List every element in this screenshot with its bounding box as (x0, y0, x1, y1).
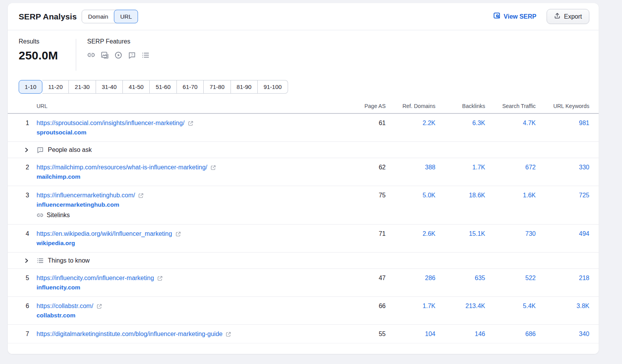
serp-analysis-panel: SERP Analysis Domain URL View SERP (8, 3, 599, 354)
result-url-link[interactable]: https://mailchimp.com/resources/what-is-… (37, 164, 207, 171)
sitelinks-label: Sitelinks (47, 212, 70, 219)
page-as-value: 47 (343, 269, 386, 297)
page-range-button[interactable]: 11-20 (42, 80, 69, 94)
ref-domains-link[interactable]: 286 (425, 275, 435, 281)
result-url-link[interactable]: https://en.wikipedia.org/wiki/Influencer… (37, 230, 172, 237)
sitelinks-icon[interactable] (87, 51, 95, 59)
page-range-button[interactable]: 91-100 (258, 80, 288, 94)
column-header-backlinks: Backlinks (435, 98, 485, 113)
export-button[interactable]: Export (547, 9, 589, 24)
row-position: 6 (8, 297, 29, 325)
result-domain-link[interactable]: influencermarketinghub.com (37, 201, 119, 208)
toggle-option-domain[interactable]: Domain (82, 10, 115, 23)
external-link-icon[interactable] (210, 165, 216, 171)
ref-domains-link[interactable]: 104 (425, 331, 435, 337)
result-url-link[interactable]: https://influencermarketinghub.com/ (37, 192, 135, 199)
result-domain-link[interactable]: mailchimp.com (37, 173, 80, 180)
serp-features-label: SERP Features (87, 38, 150, 45)
column-header-search-traffic: Search Traffic (485, 98, 536, 113)
page-range-button[interactable]: 31-40 (96, 80, 123, 94)
search-traffic-link[interactable]: 5.4K (523, 303, 536, 309)
page-as-value: 62 (343, 158, 386, 186)
chevron-right-icon[interactable] (24, 258, 29, 263)
search-traffic-link[interactable]: 730 (525, 230, 536, 237)
url-keywords-link[interactable]: 725 (579, 192, 589, 199)
backlinks-link[interactable]: 1.7K (472, 164, 485, 171)
page-range-button[interactable]: 21-30 (69, 80, 96, 94)
ref-domains-link[interactable]: 1.7K (423, 303, 435, 309)
external-link-icon[interactable] (175, 231, 181, 237)
table-row: 6 https://collabstr.com/ collabstr.com 6… (8, 297, 599, 325)
page-as-value: 75 (343, 186, 386, 225)
page-as-value: 61 (343, 113, 386, 142)
result-domain-link[interactable]: collabstr.com (37, 312, 75, 319)
backlinks-link[interactable]: 635 (475, 275, 485, 281)
search-traffic-link[interactable]: 4.7K (523, 120, 536, 126)
url-keywords-link[interactable]: 981 (579, 120, 589, 126)
result-domain-link[interactable]: wikipedia.org (37, 240, 75, 247)
page-as-value: 71 (343, 225, 386, 253)
external-link-icon[interactable] (188, 120, 194, 126)
things-to-know-icon[interactable] (142, 51, 150, 59)
result-domain-link[interactable]: sproutsocial.com (37, 129, 86, 136)
row-position: 4 (8, 225, 29, 253)
feature-label: Things to know (48, 257, 90, 264)
page-range-button[interactable]: 81-90 (231, 80, 258, 94)
results-value: 250.0M (19, 49, 58, 62)
url-keywords-link[interactable]: 330 (579, 164, 589, 171)
result-url-link[interactable]: https://influencity.com/influencer-marke… (37, 275, 154, 282)
ref-domains-link[interactable]: 2.6K (423, 230, 435, 237)
panel-header: SERP Analysis Domain URL View SERP (8, 3, 599, 30)
external-link-icon[interactable] (138, 193, 144, 199)
image-pack-icon[interactable] (101, 51, 109, 59)
row-position: 5 (8, 269, 29, 297)
url-keywords-link[interactable]: 340 (579, 331, 589, 337)
chevron-right-icon[interactable] (24, 147, 29, 153)
backlinks-link[interactable]: 6.3K (472, 120, 485, 126)
domain-url-toggle: Domain URL (82, 10, 138, 23)
backlinks-link[interactable]: 213.4K (465, 303, 485, 309)
page-range-button[interactable]: 51-60 (150, 80, 176, 94)
external-link-icon[interactable] (157, 275, 163, 281)
column-header-page-as: Page AS (343, 98, 386, 113)
search-traffic-link[interactable]: 672 (525, 164, 536, 171)
ref-domains-link[interactable]: 388 (425, 164, 435, 171)
serp-feature-row: ? People also ask (8, 142, 599, 158)
url-keywords-link[interactable]: 494 (579, 230, 589, 237)
serp-results-table: URL Page AS Ref. Domains Backlinks Searc… (8, 98, 599, 343)
search-traffic-link[interactable]: 1.6K (523, 192, 536, 199)
url-keywords-link[interactable]: 3.8K (577, 303, 589, 309)
result-url-link[interactable]: https://collabstr.com/ (37, 303, 93, 310)
serp-feature-row: Things to know (8, 253, 599, 269)
column-header-url-keywords: URL Keywords (536, 98, 599, 113)
search-traffic-link[interactable]: 522 (525, 275, 536, 281)
result-url-link[interactable]: https://digitalmarketinginstitute.com/bl… (37, 331, 222, 338)
external-link-icon[interactable] (225, 331, 231, 337)
video-icon[interactable] (114, 51, 122, 59)
page-title: SERP Analysis (19, 12, 77, 21)
row-position: 7 (8, 325, 29, 343)
table-row: 1 https://sproutsocial.com/insights/infl… (8, 113, 599, 142)
page-range-button[interactable]: 1-10 (19, 80, 42, 94)
header-actions: View SERP Export (493, 9, 589, 24)
toggle-option-url[interactable]: URL (114, 10, 138, 23)
view-serp-label: View SERP (504, 13, 536, 20)
ref-domains-link[interactable]: 5.0K (423, 192, 435, 199)
ref-domains-link[interactable]: 2.2K (423, 120, 435, 126)
page-range-button[interactable]: 71-80 (204, 80, 231, 94)
external-link-icon[interactable] (96, 303, 102, 309)
things-to-know-icon (37, 257, 44, 264)
people-also-ask-icon[interactable]: ? (128, 51, 136, 59)
backlinks-link[interactable]: 15.1K (469, 230, 485, 237)
search-traffic-link[interactable]: 686 (525, 331, 536, 337)
backlinks-link[interactable]: 146 (475, 331, 485, 337)
view-serp-button[interactable]: View SERP (493, 12, 536, 21)
page-range-button[interactable]: 61-70 (177, 80, 204, 94)
table-row: 5 https://influencity.com/influencer-mar… (8, 269, 599, 297)
row-position: 2 (8, 158, 29, 186)
url-keywords-link[interactable]: 218 (579, 275, 589, 281)
result-domain-link[interactable]: influencity.com (37, 284, 80, 291)
page-range-button[interactable]: 41-50 (123, 80, 150, 94)
backlinks-link[interactable]: 18.6K (469, 192, 485, 199)
result-url-link[interactable]: https://sproutsocial.com/insights/influe… (37, 120, 185, 127)
